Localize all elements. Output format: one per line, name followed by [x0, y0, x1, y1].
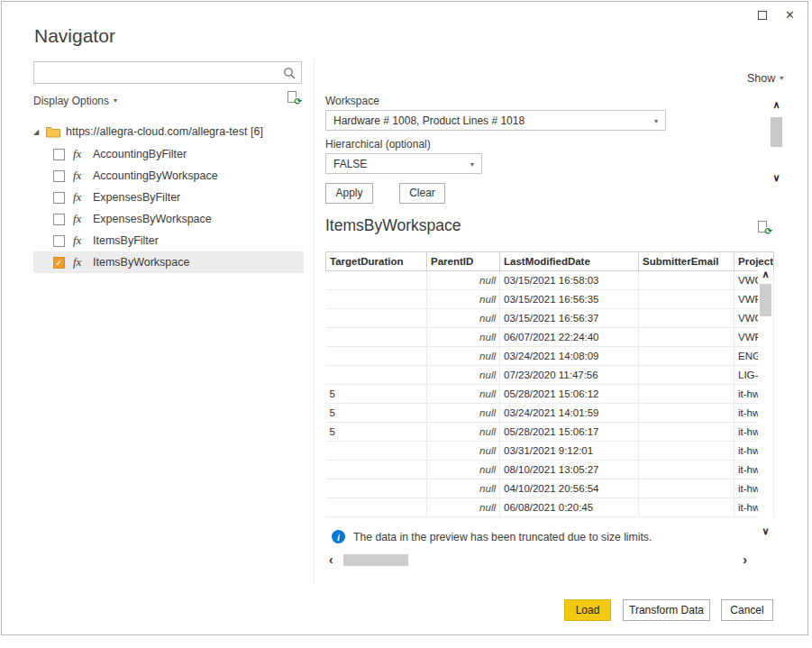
table-cell: 03/24/2021 14:08:09 [500, 347, 639, 366]
table-cell [639, 366, 734, 385]
navigator-dialog: ✕ Navigator Display Options ▾ ⟳ ◢ h [1, 1, 808, 635]
tree-item-label: ExpensesByFilter [93, 191, 180, 204]
refresh-preview-icon[interactable]: ⟳ [758, 221, 771, 235]
preview-horizontal-scrollbar[interactable]: ‹ › [325, 552, 751, 569]
display-options-menu[interactable]: Display Options ▾ ⟳ [33, 93, 302, 109]
search-input[interactable] [34, 62, 301, 83]
table-cell [326, 347, 427, 366]
workspace-dropdown[interactable]: Hardware # 1008, Product Lines # 1018 ▾ [325, 110, 666, 131]
table-cell [639, 271, 734, 290]
table-cell [326, 290, 427, 309]
tree-root-node[interactable]: ◢ https://allegra-cloud.com/allegra-test… [33, 120, 304, 143]
transform-data-button[interactable]: Transform Data [623, 599, 710, 621]
function-icon: fx [73, 147, 88, 161]
tree-item-itemsbyfilter[interactable]: fxItemsByFilter [33, 230, 304, 251]
table-cell: 03/15/2021 16:56:35 [500, 290, 639, 309]
table-cell: 03/15/2021 16:58:03 [500, 271, 639, 290]
table-row: 5null05/28/2021 15:06:17it-hw-3 [326, 423, 774, 442]
table-cell: null [427, 423, 500, 442]
table-cell [326, 328, 427, 347]
table-row: 5null05/28/2021 15:06:12it-hw-1 [326, 385, 774, 404]
table-cell: null [427, 347, 500, 366]
preview-title: ItemsByWorkspace [325, 216, 461, 235]
info-icon: i [332, 530, 345, 543]
table-cell: 06/07/2021 22:24:40 [500, 328, 639, 347]
show-menu[interactable]: Show ▾ [747, 72, 783, 85]
column-header-targetduration: TargetDuration [326, 252, 427, 271]
table-cell [639, 290, 734, 309]
table-cell: 07/23/2020 11:47:56 [500, 366, 639, 385]
table-row: null08/10/2021 13:05:27it-hw-5 [326, 461, 774, 479]
refresh-arrow-icon: ⟳ [765, 227, 772, 236]
scrollbar-thumb[interactable] [771, 117, 782, 147]
table-row: null03/15/2021 16:56:35VWP-1 [326, 290, 774, 309]
hierarchical-dropdown[interactable]: FALSE ▾ [325, 153, 482, 174]
column-header-submitteremail: SubmitterEmail [639, 252, 734, 271]
table-cell [326, 271, 427, 290]
hierarchical-label: Hierarchical (optional) [325, 138, 431, 151]
table-cell [639, 423, 734, 442]
scroll-up-icon[interactable]: ∧ [758, 269, 773, 279]
show-label: Show [747, 72, 775, 85]
checkbox-unchecked[interactable] [53, 235, 65, 247]
checkbox-unchecked[interactable] [53, 192, 65, 204]
checkbox-unchecked[interactable] [53, 170, 65, 182]
table-cell [639, 498, 734, 517]
scroll-left-icon[interactable]: ‹ [329, 553, 333, 566]
search-icon[interactable] [283, 67, 296, 83]
checkbox-unchecked[interactable] [53, 149, 65, 160]
workspace-label: Workspace [325, 95, 379, 107]
table-cell: null [427, 271, 500, 290]
scroll-down-icon[interactable]: ∨ [758, 526, 773, 536]
maximize-icon[interactable] [758, 11, 767, 20]
function-icon: fx [73, 212, 88, 226]
table-cell: 05/28/2021 15:06:12 [500, 385, 639, 404]
table-cell [639, 309, 734, 328]
tree-item-itemsbyworkspace[interactable]: ✓fxItemsByWorkspace [33, 251, 304, 273]
table-cell: null [427, 442, 500, 461]
table-cell [639, 461, 734, 479]
panel-vertical-scrollbar[interactable]: ∧ ∨ [769, 100, 784, 183]
table-cell: null [427, 366, 500, 385]
table-cell: null [427, 461, 500, 479]
tree-items: fxAccountingByFilterfxAccountingByWorksp… [33, 143, 304, 273]
scrollbar-thumb[interactable] [343, 554, 408, 566]
table-cell: 05/28/2021 15:06:17 [500, 423, 639, 442]
scroll-up-icon[interactable]: ∧ [769, 100, 784, 110]
table-row: null03/24/2021 14:08:09ENG-1 [326, 347, 774, 366]
page-title: Navigator [34, 25, 115, 47]
tree-root-label: https://allegra-cloud.com/allegra-test [… [66, 125, 263, 138]
clear-button[interactable]: Clear [399, 183, 445, 204]
chevron-down-icon: ▾ [114, 97, 117, 105]
table-cell [326, 309, 427, 328]
preview-table-head-row: TargetDurationParentIDLastModifiedDateSu… [326, 252, 774, 271]
load-button[interactable]: Load [564, 599, 611, 621]
table-cell: 04/10/2021 20:56:54 [500, 479, 639, 498]
scroll-down-icon[interactable]: ∨ [769, 173, 784, 183]
tree-item-label: ItemsByFilter [93, 234, 159, 247]
preview-vertical-scrollbar[interactable]: ∧ ∨ [758, 268, 773, 538]
tree-item-accountingbyfilter[interactable]: fxAccountingByFilter [33, 143, 304, 165]
table-cell [639, 347, 734, 366]
table-cell: 06/08/2021 0:20:45 [500, 498, 639, 517]
table-cell: 03/31/2021 9:12:01 [500, 442, 639, 461]
tree-item-expensesbyfilter[interactable]: fxExpensesByFilter [33, 187, 304, 208]
table-cell [639, 442, 734, 461]
window-controls: ✕ [758, 9, 795, 21]
column-header-parentid: ParentID [427, 252, 500, 271]
tree-expand-icon[interactable]: ◢ [33, 128, 46, 136]
apply-button[interactable]: Apply [325, 183, 373, 204]
tree-item-accountingbyworkspace[interactable]: fxAccountingByWorkspace [33, 165, 304, 187]
tree-item-label: ItemsByWorkspace [93, 256, 189, 269]
table-cell [639, 404, 734, 423]
tree-item-label: AccountingByFilter [93, 148, 187, 160]
cancel-button[interactable]: Cancel [721, 599, 773, 621]
close-icon[interactable]: ✕ [785, 9, 795, 21]
checkbox-unchecked[interactable] [53, 214, 65, 225]
workspace-dropdown-value: Hardware # 1008, Product Lines # 1018 [333, 114, 525, 127]
checkbox-checked[interactable]: ✓ [53, 257, 65, 269]
scrollbar-thumb[interactable] [760, 284, 771, 316]
scroll-right-icon[interactable]: › [743, 553, 747, 566]
refresh-icon[interactable]: ⟳ [287, 91, 300, 105]
tree-item-expensesbyworkspace[interactable]: fxExpensesByWorkspace [33, 208, 304, 230]
